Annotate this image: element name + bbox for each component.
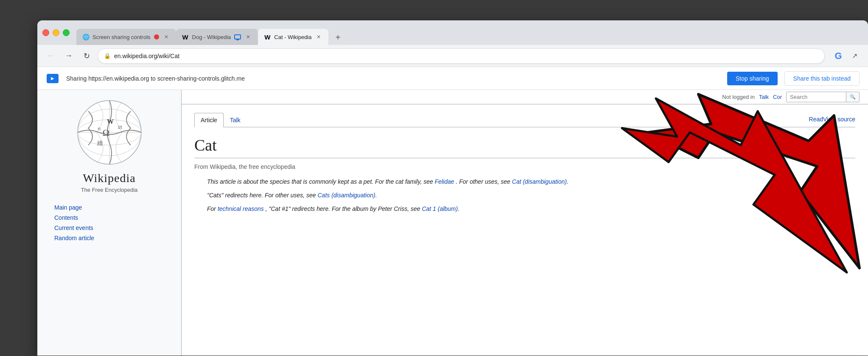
- globe-icon: 🌐: [82, 34, 89, 40]
- cats-disambig-link[interactable]: Cats (disambiguation): [318, 192, 375, 199]
- url-display: en.wikipedia.org/wiki/Cat: [114, 53, 818, 59]
- tab-screen-sharing-close[interactable]: ✕: [162, 33, 170, 41]
- wiki-tab-read[interactable]: Read: [809, 116, 823, 124]
- share-tab-button[interactable]: Share this tab instead: [784, 71, 860, 86]
- lock-icon: 🔒: [104, 53, 111, 59]
- wiki-tab-talk[interactable]: Talk: [224, 113, 247, 127]
- technical-note-1: For: [207, 205, 218, 212]
- maximize-button[interactable]: [63, 29, 70, 36]
- wikipedia-nav-links: Main page Contents Current events Random…: [46, 203, 173, 242]
- traffic-lights: [42, 29, 70, 36]
- tab-cat-close[interactable]: ✕: [315, 33, 322, 41]
- wikipedia-w-icon: W: [182, 34, 189, 40]
- browser-window: 🌐 Screen sharing controls ✕ W Dog - Wiki…: [37, 20, 868, 356]
- wiki-header-bar: Not logged in Talk Cor 🔍: [182, 90, 868, 104]
- article-title: Cat: [194, 136, 855, 158]
- google-logo: G: [832, 50, 844, 62]
- screen-share-icon: [47, 74, 59, 83]
- wikipedia-logo-title: Wikipedia: [83, 171, 136, 185]
- svg-text:מ: מ: [97, 126, 100, 131]
- new-tab-button[interactable]: +: [330, 30, 345, 45]
- back-button[interactable]: ←: [44, 49, 58, 63]
- cor-text: Cor: [773, 94, 782, 100]
- wiki-tab-article[interactable]: Article: [194, 113, 224, 127]
- stop-sharing-button[interactable]: Stop sharing: [727, 72, 778, 85]
- wiki-tabs-bar: Article Talk Read View source: [194, 113, 855, 127]
- tab-cat-wikipedia[interactable]: W Cat - Wikipedia ✕: [258, 29, 328, 45]
- svg-text:維: 維: [97, 140, 103, 146]
- reload-button[interactable]: ↻: [80, 49, 93, 63]
- nav-link-random-article[interactable]: Random article: [54, 234, 173, 242]
- wikipedia-logo-subtitle: The Free Encyclopedia: [81, 187, 138, 193]
- wiki-search-box: 🔍: [786, 92, 860, 102]
- felidae-link[interactable]: Felidae: [435, 178, 454, 185]
- forward-button[interactable]: →: [62, 49, 76, 63]
- wiki-article: Article Talk Read View source Cat From W…: [182, 104, 868, 356]
- cat1-album-link[interactable]: Cat 1 (album): [422, 205, 458, 212]
- sharing-text: Sharing https://en.wikipedia.org to scre…: [66, 75, 720, 82]
- technical-note-2: , "Cat #1" redirects here. For the album…: [266, 205, 422, 212]
- nav-link-current-events[interactable]: Current events: [54, 224, 173, 232]
- tab-dog-wikipedia[interactable]: W Dog - Wikipedia ✕: [176, 29, 258, 45]
- title-bar: 🌐 Screen sharing controls ✕ W Dog - Wiki…: [37, 20, 868, 45]
- wiki-search-input[interactable]: [787, 92, 846, 102]
- nav-link-main-page[interactable]: Main page: [54, 203, 173, 212]
- wikipedia-globe: Ω W 維 И מ: [76, 98, 143, 166]
- nav-link-contents[interactable]: Contents: [54, 213, 173, 222]
- svg-text:Ω: Ω: [102, 127, 109, 138]
- disclaimer-text: This article is about the species that i…: [207, 178, 435, 185]
- cat-disambig-link[interactable]: Cat (disambiguation): [512, 178, 567, 185]
- svg-text:И: И: [118, 124, 122, 130]
- tab-dog-close[interactable]: ✕: [244, 33, 252, 41]
- address-bar[interactable]: 🔒 en.wikipedia.org/wiki/Cat: [98, 48, 825, 64]
- recording-dot-icon: [154, 34, 159, 39]
- from-wikipedia-text: From Wikipedia, the free encyclopedia: [194, 163, 855, 170]
- screen-sharing-indicator-icon: [234, 34, 241, 39]
- article-disclaimer: This article is about the species that i…: [194, 177, 855, 214]
- svg-text:W: W: [107, 118, 114, 125]
- minimize-button[interactable]: [53, 29, 59, 36]
- tab-cat-label: Cat - Wikipedia: [274, 34, 311, 40]
- tab-screen-sharing-label: Screen sharing controls: [92, 34, 151, 40]
- sharing-icon: [46, 72, 59, 85]
- technical-reasons-link[interactable]: technical reasons: [218, 205, 264, 212]
- toolbar-actions: G ↗: [832, 49, 861, 63]
- wiki-search-button[interactable]: 🔍: [846, 92, 859, 102]
- share-button[interactable]: ↗: [848, 49, 861, 63]
- disclaimer-text-2: . For other uses, see: [456, 178, 512, 185]
- close-button[interactable]: [42, 29, 49, 36]
- wiki-tab-view-source[interactable]: View source: [823, 116, 855, 124]
- redirect-note: "Cats" redirects here. For other uses, s…: [207, 192, 318, 199]
- page-content: Ω W 維 И מ Wikipedia The Free Encyclopedi…: [37, 90, 868, 356]
- tab-dog-label: Dog - Wikipedia: [192, 34, 231, 40]
- wikipedia-sidebar: Ω W 維 И מ Wikipedia The Free Encyclopedi…: [37, 90, 182, 356]
- sharing-bar: Sharing https://en.wikipedia.org to scre…: [37, 67, 868, 90]
- wikipedia-content-area: Not logged in Talk Cor 🔍 Article Talk: [182, 90, 868, 356]
- not-logged-in-text: Not logged in: [722, 94, 755, 100]
- tabs-container: 🌐 Screen sharing controls ✕ W Dog - Wiki…: [76, 20, 863, 45]
- tab-screen-sharing[interactable]: 🌐 Screen sharing controls ✕: [76, 29, 176, 45]
- omnibox-bar: ← → ↻ 🔒 en.wikipedia.org/wiki/Cat G ↗: [37, 45, 868, 67]
- talk-link[interactable]: Talk: [759, 94, 769, 100]
- wikipedia-w-icon-cat: W: [264, 34, 271, 40]
